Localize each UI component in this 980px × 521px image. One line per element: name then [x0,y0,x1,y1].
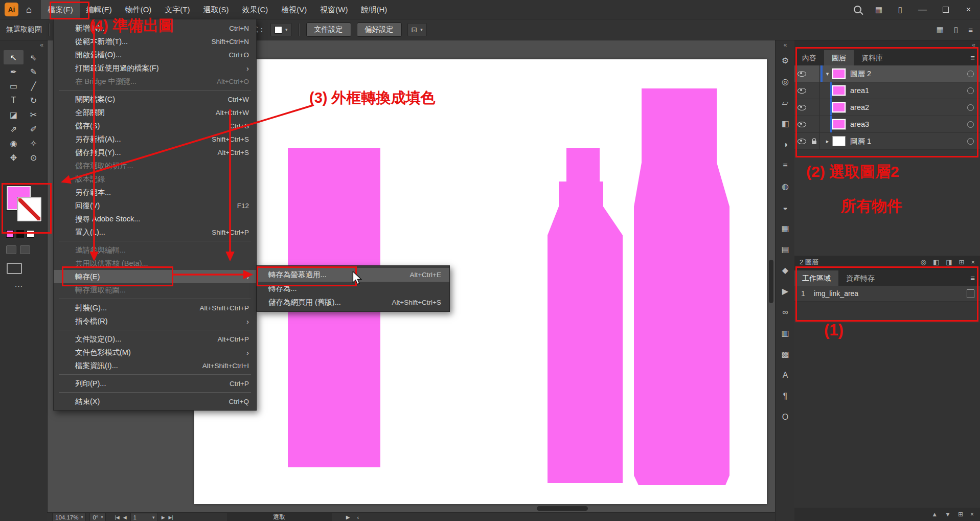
file-menu-item-7[interactable]: 儲存(S)Ctrl+S [54,119,256,132]
character-icon[interactable]: A [776,365,795,386]
panel-layout-icon[interactable]: ▯ [954,25,958,34]
menu-select[interactable]: 選取(S) [196,0,235,19]
expand-chevron-icon[interactable]: ▸ [823,138,832,145]
vertical-scrollbar[interactable] [769,260,773,303]
rotate-tool[interactable]: ↻ [24,93,43,107]
properties-gear-icon[interactable]: ⚙ [776,50,795,71]
paragraph-icon[interactable]: ¶ [776,386,795,406]
workspace-switcher-icon[interactable]: ▯ [890,0,911,19]
screen-mode-icon[interactable] [7,263,22,274]
next-artboard-icon[interactable]: ▶ [162,515,165,520]
graphic-style-select[interactable]: ▾ [270,23,292,36]
layer-row-1[interactable]: ▾圖層 2 [794,65,980,82]
links-icon[interactable]: ∞ [776,302,795,323]
image-trace-icon[interactable]: ▥ [776,323,795,344]
info-icon[interactable]: ◎ [776,71,795,92]
artboard-row-1[interactable]: 1img_link_area [794,286,980,302]
lock-toggle[interactable] [809,82,820,99]
draw-behind-icon[interactable] [20,245,30,254]
artboards-tab-1[interactable]: 資產轉存 [838,270,882,286]
play-icon[interactable]: ▶ [346,514,350,520]
transform-icon[interactable]: ▱ [776,92,795,113]
stroke-color-swatch[interactable] [17,197,41,221]
appearance-icon[interactable]: ◍ [776,176,795,197]
expand-chevron-icon[interactable]: ▾ [823,71,832,77]
selection-tool[interactable]: ↖ [4,50,24,64]
layers-tab-1[interactable]: 圖層 [824,50,854,65]
collapse-toolbar-icon[interactable]: « [0,40,47,50]
target-circle-icon[interactable] [967,87,974,94]
delete-layer-icon[interactable]: × [971,258,975,266]
edit-toolbar-icon[interactable]: … [0,279,47,289]
type-tool[interactable]: T [4,93,24,107]
file-menu-item-6[interactable]: 全部關閉Alt+Ctrl+W [54,106,256,119]
menu-window[interactable]: 視窗(W) [313,0,354,19]
file-menu-item-22[interactable]: 文件設定(D)...Alt+Ctrl+P [54,332,256,346]
shape-builder-tool[interactable]: ◉ [4,136,24,150]
direct-selection-tool[interactable]: ⇖ [24,50,43,64]
file-menu-item-15[interactable]: 置入(L)...Shift+Ctrl+P [54,225,256,239]
target-circle-icon[interactable] [967,71,974,77]
zoom-level-select[interactable]: 104.17%▾ [52,513,86,521]
menu-file[interactable]: 檔案(F) [41,0,79,19]
menu-icon[interactable]: ≡ [968,26,973,34]
eraser-tool[interactable]: ◪ [4,107,24,122]
menu-edit[interactable]: 編輯(E) [80,0,119,19]
stroke-icon[interactable]: ≡ [776,155,795,176]
file-menu-item-18[interactable]: 轉存(E)› [54,270,256,283]
export-submenu-item-0[interactable]: 轉存為螢幕適用...Alt+Ctrl+E [257,268,449,282]
none-mini-swatch[interactable] [27,230,34,238]
brushes-icon[interactable]: ▤ [776,239,795,260]
eyedropper-tool[interactable]: ✧ [24,136,43,150]
layer-row-2[interactable]: area1 [794,82,980,99]
file-menu-item-24[interactable]: 檔案資訊(I)...Alt+Shift+Ctrl+I [54,359,256,372]
file-menu-item-1[interactable]: 從範本新增(T)...Shift+Ctrl+N [54,35,256,48]
opentype-icon[interactable]: O [776,406,795,427]
arrange-documents-icon[interactable]: ▦ [868,0,890,19]
layer-row-5[interactable]: ▸圖層 1 [794,133,980,150]
scissors-tool[interactable]: ✂ [24,107,43,122]
first-artboard-icon[interactable]: |◀ [115,515,119,520]
asset-export-icon[interactable]: ▶ [776,281,795,302]
target-circle-icon[interactable] [967,138,974,145]
lock-toggle[interactable] [809,116,820,132]
minimize-button[interactable]: — [911,0,934,19]
zoom-tool[interactable]: ⊙ [24,150,43,165]
gradient-icon[interactable]: ◑ [776,134,795,155]
symbols-icon[interactable]: ◆ [776,260,795,281]
expand-strip-icon[interactable]: « [776,40,795,50]
layer-row-3[interactable]: area2 [794,99,980,116]
file-menu-item-5[interactable]: 關閉檔案(C)Ctrl+W [54,93,256,106]
visibility-toggle[interactable] [794,99,809,116]
layers-tab-0[interactable]: 內容 [794,50,824,65]
brush-tool[interactable]: ✐ [24,122,43,136]
collapse-panels-icon[interactable]: « [794,40,980,50]
home-icon[interactable]: ⌂ [26,4,32,15]
app-logo[interactable]: Ai [5,3,18,16]
pattern-icon[interactable]: ▩ [776,344,795,365]
lock-toggle[interactable] [809,99,820,116]
new-sublayer-icon[interactable]: ◨ [946,258,952,266]
search-icon[interactable] [847,0,868,19]
move-up-icon[interactable]: ▲ [931,511,938,518]
prev-artboard-icon[interactable]: ◀ [123,515,127,520]
swatches-icon[interactable]: ▦ [776,218,795,239]
menu-help[interactable]: 說明(H) [354,0,394,19]
visibility-toggle[interactable] [794,65,809,82]
file-menu-item-21[interactable]: 指令檔(R)› [54,314,256,328]
layer-row-4[interactable]: area3 [794,116,980,133]
right-bottle-shape[interactable] [634,88,730,485]
file-menu-item-9[interactable]: 儲存拷貝(Y)...Alt+Ctrl+S [54,146,256,159]
file-menu-item-2[interactable]: 開啟舊檔(O)...Ctrl+O [54,48,256,61]
select-similar-dropdown[interactable]: ⊡▾ [407,23,427,36]
rectangle-tool[interactable]: ▭ [4,79,24,93]
artboards-tab-0[interactable]: 工作區域 [794,270,838,286]
restore-button[interactable] [934,0,957,19]
pathfinder-icon[interactable]: ◧ [776,113,795,134]
visibility-toggle[interactable] [794,116,809,132]
color-mini-swatch[interactable] [6,230,14,238]
export-submenu-item-2[interactable]: 儲存為網頁用 (舊版)...Alt+Shift+Ctrl+S [257,296,449,309]
pencil-tool[interactable]: ✎ [24,64,43,79]
hand-tool[interactable]: ✥ [4,150,24,165]
target-circle-icon[interactable] [967,121,974,128]
